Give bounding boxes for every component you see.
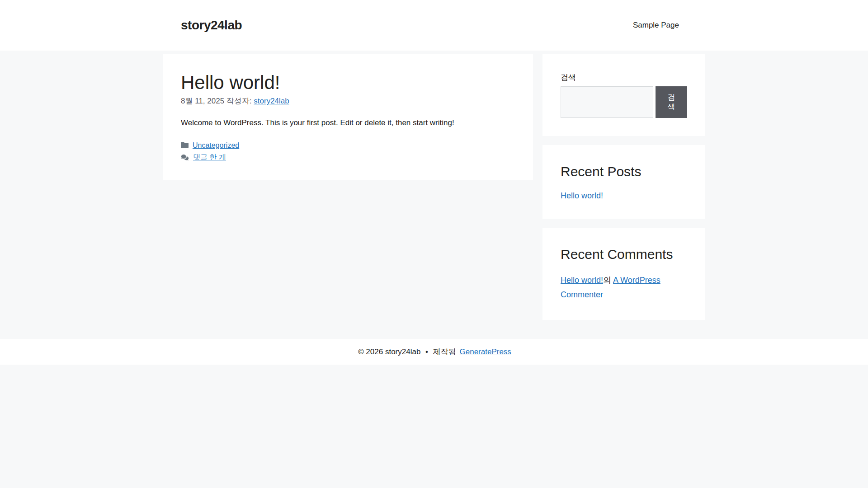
recent-post-link[interactable]: Hello world!: [561, 191, 603, 200]
recent-post-item: Hello world!: [561, 191, 687, 201]
post-date: 8월 11, 2025: [181, 97, 224, 105]
comments-row: 댓글 한 개: [181, 152, 515, 162]
primary-nav: Sample Page: [625, 21, 687, 30]
post-byline-label: 작성자:: [226, 97, 252, 105]
recent-posts-widget: Recent Posts Hello world!: [542, 145, 705, 219]
search-label: 검색: [561, 72, 687, 83]
comments-icon: [181, 154, 189, 161]
recent-comment-item: Hello world!의A WordPress Commenter: [561, 273, 687, 302]
post-footer-meta: Uncategorized 댓글 한 개: [181, 141, 515, 162]
site-footer: © 2026 story24lab • 제작됨 GeneratePress: [0, 339, 868, 365]
comment-post-link[interactable]: Hello world!: [561, 276, 603, 285]
post-title: Hello world!: [181, 72, 515, 93]
main-area: Hello world! 8월 11, 2025 작성자: story24lab…: [163, 54, 705, 329]
recent-comments-title: Recent Comments: [561, 246, 687, 263]
folder-icon: [181, 142, 189, 148]
post-paragraph: Welcome to WordPress. This is your first…: [181, 117, 515, 129]
footer-copyright: © 2026 story24lab: [358, 347, 420, 356]
post-card: Hello world! 8월 11, 2025 작성자: story24lab…: [163, 54, 533, 180]
nav-item-sample-page[interactable]: Sample Page: [625, 21, 687, 29]
generatepress-link[interactable]: GeneratePress: [460, 347, 511, 356]
site-header: story24lab Sample Page: [0, 0, 868, 51]
post-meta-line: 8월 11, 2025 작성자: story24lab: [181, 96, 515, 106]
recent-comments-widget: Recent Comments Hello world!의A WordPress…: [542, 228, 705, 320]
search-submit-button[interactable]: 검색: [656, 86, 687, 118]
site-title-link[interactable]: story24lab: [181, 18, 242, 33]
search-form: 검색: [561, 86, 687, 118]
search-input[interactable]: [561, 86, 653, 118]
recent-posts-title: Recent Posts: [561, 163, 687, 180]
comment-connector-text: 의: [603, 276, 611, 285]
post-author-link[interactable]: story24lab: [254, 97, 289, 105]
footer-built-label: 제작됨: [433, 347, 456, 356]
category-row: Uncategorized: [181, 141, 515, 150]
post-content: Welcome to WordPress. This is your first…: [181, 117, 515, 129]
comments-count-link[interactable]: 댓글 한 개: [193, 152, 226, 162]
footer-separator: •: [425, 347, 428, 356]
category-link[interactable]: Uncategorized: [193, 141, 239, 150]
search-widget: 검색 검색: [542, 54, 705, 136]
sidebar: 검색 검색 Recent Posts Hello world! Recent C…: [542, 54, 705, 329]
